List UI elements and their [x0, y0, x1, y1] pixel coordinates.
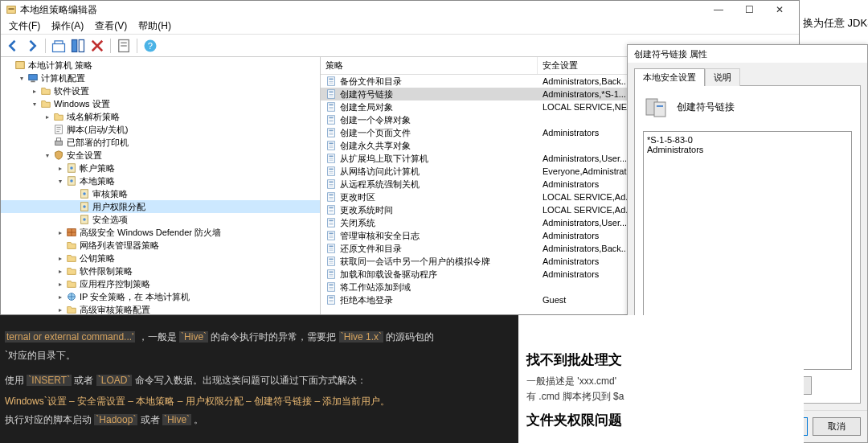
minimize-button[interactable]: — [704, 2, 733, 18]
svg-rect-60 [329, 171, 333, 172]
tree-node[interactable]: 安全选项 [1, 213, 320, 226]
tree-label: 用户权限分配 [92, 201, 145, 213]
expand-icon[interactable]: ▸ [55, 267, 64, 276]
tree-label: Windows 设置 [54, 98, 110, 110]
svg-point-19 [70, 179, 73, 183]
svg-rect-3 [72, 39, 77, 51]
menu-file[interactable]: 文件(F) [4, 18, 45, 35]
expand-icon[interactable]: ▸ [55, 293, 64, 301]
tree-node[interactable]: ▾本地策略 [1, 174, 320, 187]
svg-point-17 [70, 166, 73, 170]
menu-action[interactable]: 操作(A) [47, 18, 88, 35]
cancel-button[interactable]: 取消 [813, 417, 861, 436]
policy-item-icon [326, 191, 337, 203]
tree-node[interactable]: ▸IP 安全策略，在 本地计算机 [1, 290, 320, 303]
article-text: 一般描述是 'xxx.cmd' [526, 375, 616, 387]
no-expand [68, 203, 77, 211]
policy-item-icon [326, 127, 337, 138]
expand-icon[interactable]: ▸ [55, 164, 64, 173]
tree-label: 帐户策略 [80, 162, 115, 174]
maximize-button[interactable]: ☐ [735, 2, 764, 18]
tab-local-security[interactable]: 本地安全设置 [634, 68, 705, 86]
tab-explain[interactable]: 说明 [705, 68, 740, 86]
svg-rect-80 [329, 236, 333, 236]
svg-rect-47 [329, 130, 333, 132]
svg-rect-32 [329, 81, 333, 82]
firewall-icon [66, 227, 77, 238]
svg-rect-10 [16, 62, 25, 69]
tree-label: IP 安全策略，在 本地计算机 [80, 291, 190, 303]
collapse-icon[interactable]: ▾ [30, 100, 39, 109]
no-expand [68, 215, 77, 224]
back-button[interactable] [4, 37, 22, 55]
policy-name-cell: 拒绝本地登录 [321, 294, 538, 306]
navigation-tree[interactable]: 本地计算机 策略▾计算机配置▸软件设置▾Windows 设置▸域名解析策略脚本(… [1, 57, 321, 314]
tree-node[interactable]: ▸域名解析策略 [1, 110, 320, 123]
tree-label: 本地策略 [80, 175, 115, 187]
tree-node[interactable]: ▾安全设置 [1, 149, 320, 162]
tree-node[interactable]: ▸高级审核策略配置 [1, 303, 320, 314]
tree-node[interactable]: ▸高级安全 Windows Defender 防火墙 [1, 226, 320, 239]
tree-node[interactable]: ▸软件设置 [1, 84, 320, 97]
collapse-icon[interactable]: ▾ [55, 177, 64, 186]
collapse-icon[interactable]: ▾ [17, 74, 26, 83]
menu-help[interactable]: 帮助(H) [133, 18, 176, 35]
folder-icon [66, 278, 77, 289]
tree-node[interactable]: ▸帐户策略 [1, 162, 320, 174]
svg-rect-36 [329, 94, 333, 95]
svg-rect-69 [329, 199, 333, 199]
svg-text:?: ? [148, 40, 153, 50]
svg-point-23 [83, 205, 86, 208]
policy-item-icon [326, 153, 337, 164]
svg-rect-103 [654, 102, 665, 117]
svg-rect-53 [329, 147, 333, 148]
tree-label: 已部署的打印机 [67, 137, 129, 149]
expand-icon[interactable]: ▸ [30, 87, 39, 96]
printer-icon [53, 137, 64, 148]
policy-name-cell: 将工作站添加到域 [321, 281, 538, 293]
tree-node[interactable]: ▾Windows 设置 [1, 97, 320, 110]
svg-rect-39 [329, 105, 333, 106]
tree-node[interactable]: 用户权限分配 [1, 200, 320, 213]
tree-node[interactable]: 审核策略 [1, 187, 320, 200]
policy-name-cell: 更改时区 [321, 191, 538, 203]
tree-node[interactable]: ▸应用程序控制策略 [1, 277, 320, 290]
svg-rect-35 [329, 92, 333, 93]
close-button[interactable]: ✕ [765, 2, 794, 18]
svg-rect-57 [329, 160, 333, 161]
tree-node[interactable]: ▸软件限制策略 [1, 265, 320, 277]
svg-rect-11 [29, 75, 38, 80]
svg-rect-1 [9, 8, 14, 10]
svg-rect-52 [329, 146, 333, 146]
expand-icon[interactable]: ▸ [55, 306, 64, 314]
policy-name-cell: 从远程系统强制关机 [321, 178, 538, 191]
term-text: `INSERT` [27, 375, 72, 386]
show-hide-button[interactable] [69, 37, 87, 55]
up-button[interactable] [50, 37, 68, 55]
forward-button[interactable] [23, 37, 41, 55]
member-item[interactable]: Administrators [647, 145, 848, 154]
window-controls: — ☐ ✕ [704, 2, 794, 18]
svg-rect-51 [329, 143, 333, 145]
expand-icon[interactable]: ▸ [55, 228, 64, 237]
expand-icon[interactable]: ▸ [43, 113, 51, 121]
properties-button[interactable] [115, 37, 133, 55]
tree-node[interactable]: ▾计算机配置 [1, 72, 320, 84]
delete-button[interactable] [88, 37, 106, 55]
col-policy[interactable]: 策略 [321, 57, 538, 74]
svg-rect-85 [329, 250, 333, 251]
tree-node[interactable]: 本地计算机 策略 [1, 59, 320, 72]
dialog-title: 创建符号链接 属性 [628, 45, 867, 63]
script-icon [53, 124, 64, 135]
tree-node[interactable]: 网络列表管理器策略 [1, 239, 320, 252]
collapse-icon[interactable]: ▾ [43, 151, 51, 160]
menu-view[interactable]: 查看(V) [90, 18, 132, 35]
policy-item-icon [326, 166, 337, 177]
tree-node[interactable]: 已部署的打印机 [1, 136, 320, 149]
tree-node[interactable]: ▸公钥策略 [1, 252, 320, 265]
member-item[interactable]: *S-1-5-83-0 [647, 135, 848, 145]
expand-icon[interactable]: ▸ [55, 280, 64, 289]
tree-node[interactable]: 脚本(启动/关机) [1, 123, 320, 136]
expand-icon[interactable]: ▸ [55, 254, 64, 263]
help-button[interactable]: ? [141, 37, 159, 55]
